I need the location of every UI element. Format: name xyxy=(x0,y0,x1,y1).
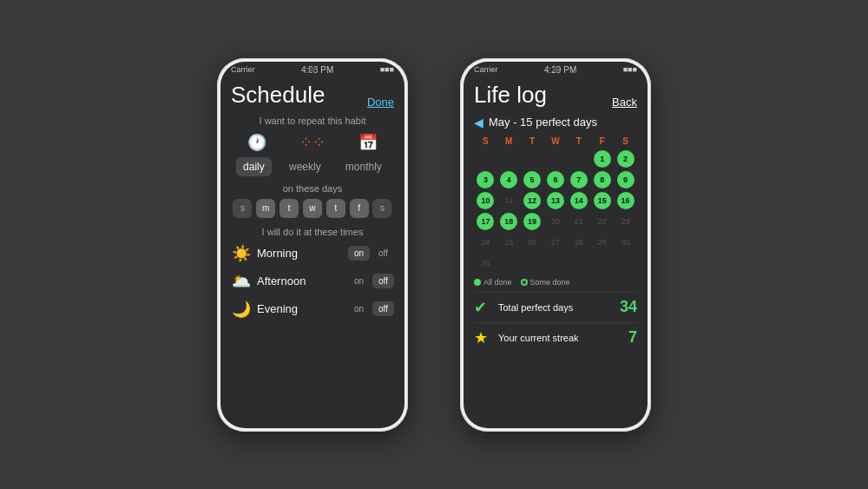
day-t2[interactable]: t xyxy=(326,199,345,218)
day-25: 25 xyxy=(500,234,517,251)
monthly-icon: 📅 xyxy=(358,133,378,152)
col-f: F xyxy=(590,136,614,146)
legend-done-label: All done xyxy=(483,278,512,287)
cal-row-3: 10 11 12 13 14 15 16 xyxy=(474,191,637,210)
col-s2: S xyxy=(614,136,637,146)
schedule-header: Schedule Done xyxy=(231,76,394,116)
morning-label: Morning xyxy=(257,247,343,260)
afternoon-on[interactable]: on xyxy=(348,274,370,288)
day-5[interactable]: 5 xyxy=(523,171,541,188)
cal-row-1: 1 2 xyxy=(474,149,637,169)
freq-weekly[interactable]: weekly xyxy=(282,157,328,176)
legend-done: All done xyxy=(474,278,512,287)
day-19[interactable]: 19 xyxy=(523,213,541,230)
day-21: 21 xyxy=(570,213,588,230)
phones-container: Carrier 4:08 PM ■■■ Schedule Done I want… xyxy=(217,58,651,432)
day-3[interactable]: 3 xyxy=(477,171,494,188)
day-29: 29 xyxy=(594,234,611,251)
day-9[interactable]: 9 xyxy=(617,171,635,188)
freq-daily[interactable]: daily xyxy=(236,157,272,176)
day-f[interactable]: f xyxy=(350,199,369,218)
time-1: 4:08 PM xyxy=(301,65,333,75)
day-6[interactable]: 6 xyxy=(547,171,564,188)
time-2: 4:29 PM xyxy=(544,65,576,75)
day-28: 28 xyxy=(570,234,588,251)
star-icon: ★ xyxy=(474,328,498,347)
lifelog-screen: Life log Back ◀ May - 15 perfect days S … xyxy=(464,76,648,428)
day-16[interactable]: 16 xyxy=(617,192,635,209)
day-empty xyxy=(547,150,564,168)
morning-icon: ☀️ xyxy=(231,244,252,263)
checkmark-icon: ✔ xyxy=(474,298,498,317)
day-31: 31 xyxy=(477,254,494,272)
legend-dot-done xyxy=(474,279,481,286)
day-15[interactable]: 15 xyxy=(594,192,611,209)
stat-perfect-value: 34 xyxy=(620,298,637,316)
freq-monthly[interactable]: monthly xyxy=(339,157,389,176)
day-22: 22 xyxy=(594,213,611,230)
day-14[interactable]: 14 xyxy=(570,192,588,209)
weekly-icon: ⁘⁘ xyxy=(299,133,326,152)
schedule-screen: Schedule Done I want to repeat this habi… xyxy=(220,76,404,428)
afternoon-off[interactable]: off xyxy=(372,274,394,288)
legend-some: Some done xyxy=(521,278,570,287)
morning-toggle: on off xyxy=(348,246,394,261)
day-8[interactable]: 8 xyxy=(594,171,611,188)
day-26: 26 xyxy=(523,234,541,251)
carrier-2: Carrier xyxy=(474,65,498,74)
day-17[interactable]: 17 xyxy=(477,213,494,230)
done-button[interactable]: Done xyxy=(367,96,394,109)
phone-schedule: Carrier 4:08 PM ■■■ Schedule Done I want… xyxy=(217,58,408,432)
morning-off[interactable]: off xyxy=(372,246,394,261)
stat-streak: ★ Your current streak 7 xyxy=(474,322,637,353)
day-t1[interactable]: t xyxy=(279,199,299,218)
battery-1: ■■■ xyxy=(380,65,394,74)
day-10[interactable]: 10 xyxy=(477,192,494,209)
day-7[interactable]: 7 xyxy=(570,171,588,188)
evening-toggle: on off xyxy=(348,301,394,316)
phone-lifelog: Carrier 4:29 PM ■■■ Life log Back ◀ May … xyxy=(460,58,651,432)
day-2[interactable]: 2 xyxy=(617,150,635,168)
col-t1: T xyxy=(521,136,544,146)
calendar-grid: S M T W T F S 1 xyxy=(474,136,637,273)
stat-streak-value: 7 xyxy=(628,328,637,347)
afternoon-row: 🌥️ Afternoon on off xyxy=(231,272,394,291)
month-title: May - 15 perfect days xyxy=(489,116,597,129)
evening-label: Evening xyxy=(257,302,343,315)
times-label: I will do it at these times xyxy=(231,227,394,237)
evening-off[interactable]: off xyxy=(372,301,394,316)
day-m[interactable]: m xyxy=(256,199,275,218)
status-bar-lifelog: Carrier 4:29 PM ■■■ xyxy=(464,62,648,76)
prev-month-button[interactable]: ◀ xyxy=(474,116,483,129)
day-empty xyxy=(477,150,494,168)
morning-row: ☀️ Morning on off xyxy=(231,244,394,263)
daily-icon: 🕐 xyxy=(247,133,266,152)
evening-on[interactable]: on xyxy=(348,301,370,316)
legend-dot-some xyxy=(521,279,528,286)
day-empty xyxy=(570,150,588,168)
day-s2[interactable]: s xyxy=(372,199,391,218)
day-4[interactable]: 4 xyxy=(500,171,517,188)
morning-on[interactable]: on xyxy=(348,246,370,261)
month-nav: ◀ May - 15 perfect days xyxy=(474,116,637,129)
day-13[interactable]: 13 xyxy=(547,192,564,209)
freq-buttons: daily weekly monthly xyxy=(231,157,394,176)
col-m: M xyxy=(497,136,521,146)
col-w: W xyxy=(544,136,568,146)
day-1[interactable]: 1 xyxy=(594,150,611,168)
back-button[interactable]: Back xyxy=(612,96,637,109)
afternoon-toggle: on off xyxy=(348,274,394,288)
day-27: 27 xyxy=(547,234,564,251)
day-18[interactable]: 18 xyxy=(500,213,517,230)
stat-perfect-days: ✔ Total perfect days 34 xyxy=(474,292,637,322)
cal-row-4: 17 18 19 20 21 22 23 xyxy=(474,212,637,231)
cal-row-5: 24 25 26 27 28 29 30 xyxy=(474,233,637,252)
cal-header: S M T W T F S xyxy=(474,136,637,146)
days-row: s m t w t f s xyxy=(231,199,394,218)
day-s1[interactable]: s xyxy=(233,199,252,218)
days-label: on these days xyxy=(231,183,394,194)
day-12[interactable]: 12 xyxy=(523,192,541,209)
lifelog-header: Life log Back xyxy=(474,76,637,116)
day-w[interactable]: w xyxy=(303,199,322,218)
day-30: 30 xyxy=(617,234,635,251)
